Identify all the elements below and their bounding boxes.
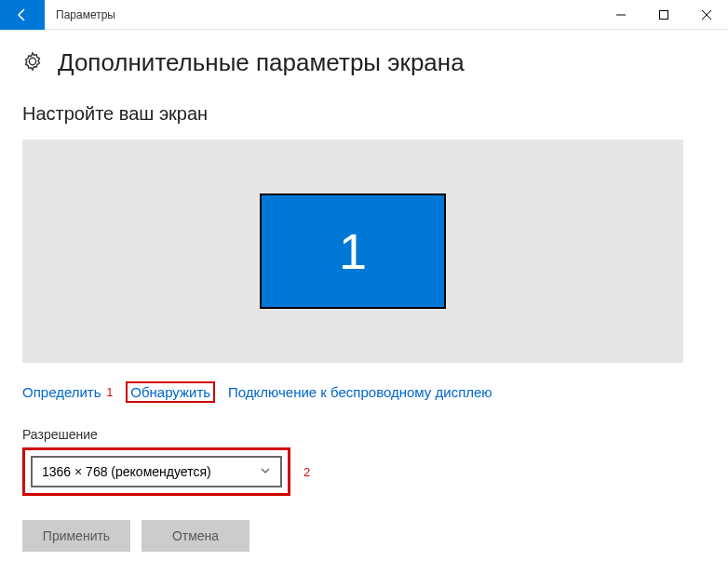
annotation-2: 2 <box>303 465 310 479</box>
monitor-1[interactable]: 1 <box>260 193 446 309</box>
monitor-preview-area[interactable]: 1 <box>22 140 683 363</box>
resolution-dropdown[interactable]: 1366 × 768 (рекомендуется) <box>31 456 282 487</box>
apply-label: Применить <box>43 528 110 543</box>
action-buttons: Применить Отмена <box>22 520 706 552</box>
chevron-down-icon <box>260 465 271 479</box>
annotation-highlight-detect: Обнаружить <box>126 381 215 403</box>
close-button[interactable] <box>685 0 728 30</box>
gear-icon <box>22 51 43 75</box>
monitor-number: 1 <box>339 222 367 280</box>
window-title: Параметры <box>45 8 115 21</box>
page-header: Дополнительные параметры экрана <box>22 48 706 77</box>
annotation-1: 1 <box>107 386 114 399</box>
detect-link[interactable]: Обнаружить <box>130 384 210 400</box>
cancel-button[interactable]: Отмена <box>142 520 249 552</box>
section-title: Настройте ваш экран <box>22 103 706 125</box>
display-links: Определить 1 Обнаружить Подключение к бе… <box>22 381 706 403</box>
annotation-highlight-resolution: 1366 × 768 (рекомендуется) <box>22 447 290 496</box>
minimize-button[interactable] <box>600 0 642 30</box>
resolution-value: 1366 × 768 (рекомендуется) <box>42 464 211 479</box>
maximize-button[interactable] <box>642 0 685 30</box>
window-controls <box>600 0 728 30</box>
back-button[interactable] <box>0 0 45 30</box>
wireless-display-link[interactable]: Подключение к беспроводному дисплею <box>228 384 492 400</box>
cancel-label: Отмена <box>172 528 219 543</box>
apply-button[interactable]: Применить <box>22 520 130 552</box>
page-title: Дополнительные параметры экрана <box>58 48 465 77</box>
identify-link[interactable]: Определить <box>22 384 101 400</box>
resolution-label: Разрешение <box>22 427 706 442</box>
titlebar: Параметры <box>0 0 728 30</box>
content-area: Дополнительные параметры экрана Настройт… <box>0 30 728 570</box>
resolution-row: 1366 × 768 (рекомендуется) 2 <box>22 447 706 496</box>
svg-rect-1 <box>660 10 668 19</box>
